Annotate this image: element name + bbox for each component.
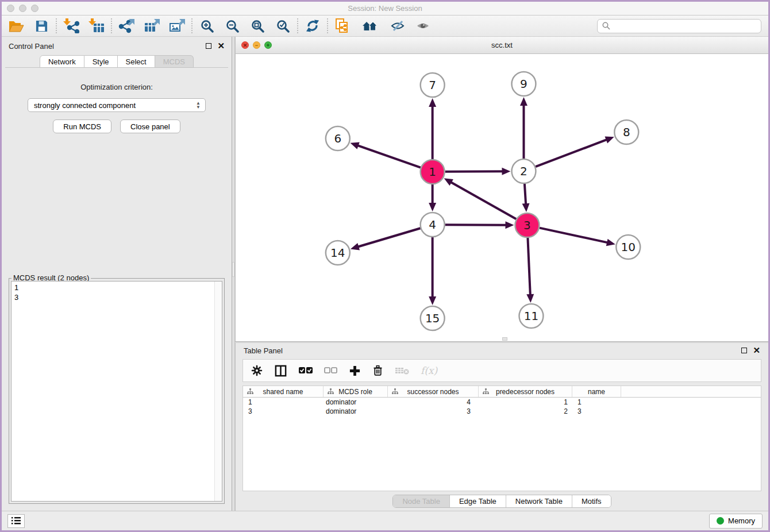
search-icon: [602, 22, 610, 30]
eye-hidden-icon: [391, 19, 405, 33]
import-network-button[interactable]: [63, 18, 80, 34]
tab-mcds[interactable]: MCDS: [155, 55, 194, 68]
zoom-fit-icon: [251, 19, 264, 33]
open-session-button[interactable]: [7, 18, 25, 34]
table-row[interactable]: 1 dominator 4 1 1: [243, 398, 761, 407]
tab-select[interactable]: Select: [118, 55, 155, 68]
network-minimize-button[interactable]: −: [253, 41, 260, 49]
graph-edge-2-3[interactable]: [525, 184, 526, 205]
minimize-window-button[interactable]: [19, 5, 26, 12]
tab-node-table[interactable]: Node Table: [393, 495, 449, 507]
tab-network-table[interactable]: Network Table: [506, 495, 572, 507]
graph-edge-3-11[interactable]: [528, 238, 530, 296]
result-scrollbar[interactable]: [214, 282, 222, 501]
memory-button[interactable]: Memory: [709, 514, 763, 529]
delete-column-button[interactable]: [372, 364, 384, 377]
cell-predecessor-nodes: 1: [479, 398, 572, 406]
select-all-rows-button[interactable]: [298, 367, 313, 375]
graph-node-label-10: 10: [621, 240, 636, 254]
graph-edge-4-14[interactable]: [357, 228, 420, 247]
cell-name: 3: [572, 407, 621, 415]
export-table-button[interactable]: [143, 18, 160, 34]
graph-edge-3-1[interactable]: [450, 182, 516, 219]
graph-edge-1-6[interactable]: [357, 145, 421, 168]
graph-edge-arrowhead: [429, 296, 436, 305]
column-header-name[interactable]: name: [572, 386, 621, 397]
zoom-selected-button[interactable]: [274, 18, 291, 34]
table-settings-button[interactable]: [251, 364, 263, 377]
close-window-button[interactable]: [7, 5, 14, 12]
close-panel-icon[interactable]: ✕: [217, 43, 225, 49]
zoom-out-button[interactable]: [224, 18, 241, 34]
canvas-split-handle[interactable]: [502, 337, 507, 341]
search-field: [597, 19, 761, 33]
divider-handle[interactable]: [232, 262, 234, 277]
network-canvas[interactable]: 7968124314101511: [236, 54, 768, 341]
network-view-window: ✕ − + scc.txt 7968124314101511: [235, 37, 768, 341]
close-panel-button[interactable]: Close panel: [120, 119, 180, 133]
cell-mcds-role: dominator: [324, 398, 388, 406]
toolbar-separator: [111, 18, 112, 33]
export-image-button[interactable]: [168, 18, 186, 34]
column-header-mcds-role[interactable]: MCDS role: [324, 386, 388, 397]
zoom-fit-button[interactable]: [249, 18, 266, 34]
add-column-button[interactable]: [349, 365, 361, 377]
delete-table-icon: [395, 366, 410, 375]
column-header-shared-name[interactable]: shared name: [243, 386, 324, 397]
graph-edge-2-8[interactable]: [536, 139, 608, 167]
show-graphics-button[interactable]: [414, 18, 432, 34]
network-close-button[interactable]: ✕: [241, 41, 249, 49]
mcds-result-text[interactable]: 1 3: [11, 281, 222, 502]
show-columns-button[interactable]: [274, 364, 287, 377]
graph-edge-4-3[interactable]: [445, 225, 507, 225]
export-network-button[interactable]: [118, 18, 135, 34]
clone-network-button[interactable]: [334, 18, 351, 34]
home-view-button[interactable]: [359, 18, 381, 34]
tab-motifs[interactable]: Motifs: [572, 495, 611, 507]
delete-table-button[interactable]: [395, 366, 410, 375]
column-header-predecessor-nodes[interactable]: predecessor nodes: [479, 386, 572, 397]
criterion-value: strongly connected component: [34, 101, 136, 110]
graph-edge-arrowhead: [526, 294, 534, 303]
clone-network-icon: [335, 18, 350, 33]
hide-graphics-button[interactable]: [389, 18, 406, 34]
float-panel-icon[interactable]: [206, 43, 211, 49]
cell-shared-name: 3: [243, 407, 324, 415]
graph-node-label-2: 2: [520, 164, 528, 178]
graph-edge-arrowhead: [522, 203, 530, 212]
column-header-successor-nodes[interactable]: successor nodes: [388, 386, 479, 397]
tab-style[interactable]: Style: [84, 55, 118, 68]
float-table-panel-icon[interactable]: [741, 348, 747, 353]
apply-layout-button[interactable]: [304, 18, 321, 34]
zoom-window-button[interactable]: [31, 5, 38, 12]
graph-edge-3-10[interactable]: [540, 228, 609, 243]
run-mcds-button[interactable]: Run MCDS: [53, 119, 111, 133]
memory-label: Memory: [728, 516, 755, 525]
cell-shared-name: 1: [243, 398, 324, 406]
zoom-in-button[interactable]: [198, 18, 215, 34]
memory-status-icon: [717, 517, 724, 525]
deselect-all-rows-button[interactable]: [324, 367, 338, 374]
table-header-row: shared name MCDS role successor nodes pr…: [243, 386, 761, 398]
gear-icon: [251, 364, 263, 377]
close-table-panel-icon[interactable]: ✕: [753, 348, 760, 353]
search-input[interactable]: [614, 22, 756, 30]
cell-successor-nodes: 4: [388, 398, 479, 406]
function-builder-button[interactable]: f(x): [421, 365, 437, 376]
table-row[interactable]: 3 dominator 3 2 3: [243, 407, 761, 416]
toolbar-separator: [191, 18, 192, 33]
toolbar-separator: [297, 18, 298, 33]
task-history-button[interactable]: [7, 514, 25, 528]
criterion-select[interactable]: strongly connected component ▲▼: [28, 98, 206, 112]
tab-network[interactable]: Network: [40, 55, 84, 68]
window-title: Session: New Session: [2, 4, 768, 13]
control-panel: Control Panel ✕ Network Style Select MCD…: [2, 37, 232, 511]
list-icon: [11, 516, 21, 525]
graph-edge-1-2[interactable]: [445, 171, 504, 172]
window-titlebar: Session: New Session: [2, 2, 768, 16]
import-table-button[interactable]: [88, 18, 105, 34]
tab-edge-table[interactable]: Edge Table: [449, 495, 506, 507]
save-session-button[interactable]: [33, 18, 50, 34]
vertical-split-divider[interactable]: [232, 37, 235, 511]
network-zoom-button[interactable]: +: [264, 41, 272, 49]
